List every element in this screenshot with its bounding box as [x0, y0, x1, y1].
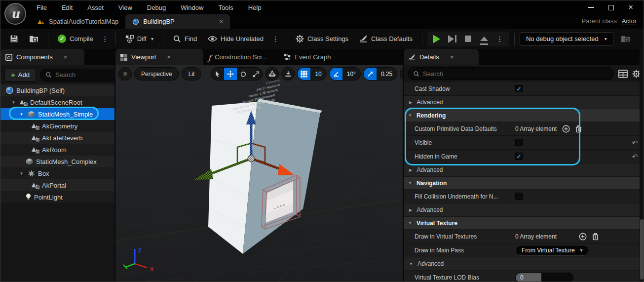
details-search[interactable]	[408, 67, 614, 80]
menu-tools[interactable]: Tools	[211, 0, 240, 14]
reset-to-default-button[interactable]: ↶	[632, 153, 638, 161]
tree-item-pointlight[interactable]: PointLight	[0, 191, 114, 203]
class-settings-button[interactable]: Class Settings	[291, 32, 353, 46]
compile-button[interactable]: ✓ Compile	[53, 32, 98, 46]
scale-snap-toggle[interactable]	[364, 68, 377, 80]
lod-bias-spinner[interactable]: 0	[515, 273, 573, 282]
advanced-expander-expanded[interactable]: ▼ Advanced	[404, 257, 644, 271]
camera-speed-button[interactable]	[400, 68, 403, 80]
cast-shadow-checkbox[interactable]: ✓	[515, 85, 523, 92]
grid-snap-toggle[interactable]	[298, 68, 310, 80]
visible-checkbox[interactable]: ✓	[515, 139, 523, 146]
hidden-in-game-checkbox[interactable]: ✓	[515, 153, 523, 160]
perspective-selector[interactable]: Perspective	[134, 67, 179, 81]
viewport-menu-button[interactable]: ≡	[118, 67, 132, 81]
tree-item-defaultsceneroot[interactable]: ▼ DefaultSceneRoot	[0, 96, 114, 108]
scale-snap-value[interactable]: 0.25	[377, 68, 397, 80]
viewport-3d[interactable]: 2 liters/ms 445.17 square m Decay: 1.35 …	[115, 65, 403, 282]
select-tool-button[interactable]	[211, 68, 224, 80]
advanced-expander[interactable]: ▶ Advanced	[404, 203, 644, 217]
details-search-input[interactable]	[423, 70, 608, 78]
category-navigation[interactable]: ▼ Navigation	[404, 177, 644, 190]
tab-construction-script[interactable]: ƒ Construction Scr...	[203, 49, 272, 65]
tab-buildingbp[interactable]: BuildingBP ×	[125, 14, 230, 29]
reset-to-default-button[interactable]: ↶	[632, 139, 638, 147]
category-virtual-texture[interactable]: ▼ Virtual Texture	[404, 217, 644, 230]
world-local-toggle[interactable]	[265, 67, 279, 81]
tree-item-aklatereverb[interactable]: AkLateReverb	[0, 132, 114, 144]
angle-snap-value[interactable]: 10°	[342, 68, 360, 80]
grid-snap-value[interactable]: 10	[310, 68, 326, 80]
advanced-expander[interactable]: ▶ Advanced	[404, 163, 644, 177]
add-array-element-icon[interactable]	[562, 125, 570, 133]
display-filter-icon[interactable]	[618, 70, 628, 78]
menu-debug[interactable]: Debug	[140, 0, 173, 14]
surface-snap-button[interactable]	[281, 67, 295, 81]
hide-unrelated-options-button[interactable]: ⋮	[270, 32, 281, 46]
add-array-element-icon[interactable]	[579, 233, 587, 241]
tab-components[interactable]: Components ×	[0, 49, 84, 65]
scale-tool-button[interactable]	[250, 68, 263, 80]
angle-snap-toggle[interactable]	[330, 68, 342, 80]
tree-item-buildingbp-self[interactable]: BuildingBP (Self)	[0, 84, 114, 96]
menu-asset[interactable]: Asset	[80, 0, 111, 14]
lit-mode-selector[interactable]: Lit	[182, 67, 202, 81]
draw-in-main-pass-select[interactable]: From Virtual Texture ▾	[515, 245, 589, 256]
close-icon[interactable]: ×	[450, 53, 454, 61]
menu-file[interactable]: File	[29, 0, 54, 14]
chevron-right-icon: ▶	[409, 208, 412, 212]
details-scrollbar[interactable]	[640, 49, 644, 282]
translate-tool-button[interactable]	[224, 68, 237, 80]
menu-view[interactable]: View	[111, 0, 140, 14]
menu-help[interactable]: Help	[241, 0, 269, 14]
close-tab-icon[interactable]: ×	[220, 18, 224, 25]
hide-unrelated-button[interactable]: Hide Unrelated	[203, 32, 268, 46]
tree-item-staticmesh-complex[interactable]: StaticMesh_Complex	[0, 156, 114, 167]
advanced-expander[interactable]: ▶ Advanced	[404, 96, 644, 109]
tab-details[interactable]: Details ×	[404, 49, 479, 65]
save-button[interactable]	[5, 32, 23, 46]
minimize-button[interactable]	[581, 1, 601, 13]
debug-object-select[interactable]: No debug object selected ▾	[520, 32, 613, 46]
play-button[interactable]	[429, 33, 444, 45]
find-button[interactable]: Find	[168, 32, 201, 46]
fill-collision-checkbox[interactable]: ✓	[515, 193, 523, 200]
trash-icon[interactable]	[575, 125, 582, 133]
tree-item-staticmesh-simple[interactable]: ▼ StaticMesh_Simple	[0, 108, 114, 120]
compile-options-button[interactable]: ⋮	[100, 32, 111, 46]
close-icon[interactable]: ×	[167, 53, 171, 61]
details-icon	[409, 54, 416, 61]
tab-event-graph[interactable]: Event Graph	[279, 49, 336, 65]
add-component-button[interactable]: + Add	[4, 69, 36, 81]
play-options-button[interactable]: ⋮	[492, 33, 507, 45]
tree-item-box[interactable]: ▼ Box	[0, 167, 114, 179]
scrollbar-thumb[interactable]	[640, 219, 644, 280]
diff-button[interactable]: Diff ▾	[121, 32, 158, 46]
static-mesh-icon	[27, 110, 36, 118]
chevron-right-icon: ▶	[409, 100, 412, 105]
chevron-down-icon[interactable]: ▼	[18, 112, 25, 117]
chevron-down-icon[interactable]: ▼	[10, 100, 17, 105]
tree-item-akportal[interactable]: AkPortal	[0, 179, 114, 191]
class-defaults-button[interactable]: Class Defaults	[355, 32, 417, 46]
scene-component-icon	[31, 122, 39, 130]
parent-class-link[interactable]: Actor	[622, 17, 637, 25]
browse-button[interactable]	[25, 32, 43, 46]
frame-skip-button[interactable]	[445, 33, 460, 45]
rotate-tool-button[interactable]	[237, 68, 250, 80]
chevron-down-icon[interactable]: ▼	[18, 171, 25, 176]
menu-edit[interactable]: Edit	[54, 0, 80, 14]
stop-button[interactable]	[461, 33, 476, 45]
tab-viewport[interactable]: Viewport ×	[115, 49, 203, 65]
category-rendering[interactable]: ▼ Rendering	[404, 109, 644, 122]
tree-item-akroom[interactable]: AkRoom	[0, 144, 114, 156]
tree-item-akgeometry[interactable]: AkGeometry	[0, 120, 114, 132]
menu-window[interactable]: Window	[173, 0, 211, 14]
tab-spatialaudiotutorialmap[interactable]: SpatialAudioTutorialMap	[30, 14, 125, 29]
maximize-button[interactable]	[601, 1, 621, 13]
debug-browse-button[interactable]	[616, 32, 635, 46]
eject-button[interactable]	[477, 33, 492, 45]
trash-icon[interactable]	[592, 233, 599, 241]
close-button[interactable]: ×	[621, 1, 641, 13]
close-icon[interactable]: ×	[64, 53, 68, 61]
